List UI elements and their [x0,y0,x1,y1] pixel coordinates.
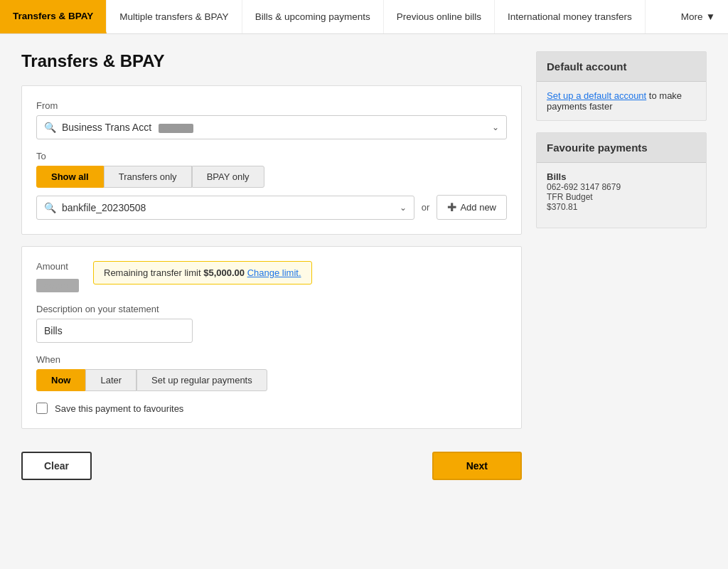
favourite-payments-card: Favourite payments Bills 062-692 3147 86… [536,132,707,228]
page-content: Transfers & BPAY From 🔍 Business Trans A… [0,34,728,509]
favourite-payments-body: Bills 062-692 3147 8679 TFR Budget $370.… [537,163,706,228]
default-account-body: Set up a default account to make payment… [537,82,706,120]
amount-card: Amount ●●.●● Remaining transfer limit $5… [21,246,522,429]
side-panel: Default account Set up a default account… [536,51,707,491]
set-default-account-link[interactable]: Set up a default account [547,90,646,101]
from-account-dropdown[interactable]: 🔍 Business Trans Acct ●● ●● ⌄ [36,115,507,139]
save-favourites-label: Save this payment to favourites [55,403,183,414]
page-title: Transfers & BPAY [21,51,522,71]
default-account-title: Default account [537,52,706,82]
remaining-limit-amount: $5,000.00 [203,267,245,278]
when-now-button[interactable]: Now [36,369,85,391]
to-label: To [36,151,507,161]
main-panel: Transfers & BPAY From 🔍 Business Trans A… [21,51,522,491]
next-button[interactable]: Next [432,452,522,480]
chevron-down-icon: ▼ [706,11,715,22]
fav-payment-amount: $370.81 [547,202,696,212]
fav-payment-account-name: TFR Budget [547,192,696,202]
favourite-payments-title: Favourite payments [537,133,706,163]
chevron-down-icon: ⌄ [400,203,407,213]
or-text: or [422,202,430,213]
toggle-show-all[interactable]: Show all [36,166,104,188]
from-account-value: Business Trans Acct ●● ●● [62,122,492,133]
default-account-card: Default account Set up a default account… [536,51,707,121]
chevron-down-icon: ⌄ [492,122,499,132]
nav-more-button[interactable]: More ▼ [668,0,728,33]
toggle-transfers-only[interactable]: Transfers only [104,166,192,188]
save-favourites-row: Save this payment to favourites [36,403,507,414]
when-later-button[interactable]: Later [85,369,136,391]
amount-label: Amount [36,261,79,272]
from-label: From [36,100,507,111]
search-icon: 🔍 [44,202,56,213]
amount-section: Amount ●●.●● [36,261,79,292]
description-input[interactable] [36,319,193,343]
nav-previous-bills[interactable]: Previous online bills [384,0,495,33]
nav-bills-upcoming[interactable]: Bills & upcoming payments [242,0,384,33]
when-regular-button[interactable]: Set up regular payments [136,369,267,391]
fav-payment-name: Bills [547,171,696,182]
plus-icon: ✚ [447,201,456,214]
amount-masked-value: ●●.●● [36,279,79,292]
description-label: Description on your statement [36,304,507,314]
top-navigation: Transfers & BPAY Multiple transfers & BP… [0,0,728,34]
from-to-card: From 🔍 Business Trans Acct ●● ●● ⌄ To Sh… [21,85,522,235]
change-limit-link[interactable]: Change limit. [247,267,301,278]
when-toggle-group: Now Later Set up regular payments [36,369,507,391]
to-row: 🔍 bankfile_20230508 ⌄ or ✚ Add new [36,195,507,220]
nav-transfers-bpay[interactable]: Transfers & BPAY [0,0,107,33]
bottom-bar: Clear Next [21,440,522,491]
nav-international[interactable]: International money transfers [495,0,646,33]
from-account-masked: ●● ●● [159,124,193,133]
save-favourites-checkbox[interactable] [36,403,48,414]
when-label: When [36,354,507,365]
fav-payment-bsb: 062-692 3147 8679 [547,182,696,192]
transfer-limit-box: Remaining transfer limit $5,000.00 Chang… [93,261,312,284]
clear-button[interactable]: Clear [21,452,92,480]
favourite-payment-item[interactable]: Bills 062-692 3147 8679 TFR Budget $370.… [547,171,696,212]
search-icon: 🔍 [44,122,56,133]
to-toggle-group: Show all Transfers only BPAY only [36,166,507,188]
to-account-value: bankfile_20230508 [62,202,400,213]
nav-multiple-transfers[interactable]: Multiple transfers & BPAY [107,0,242,33]
to-account-dropdown[interactable]: 🔍 bankfile_20230508 ⌄ [36,196,414,220]
amount-row: Amount ●●.●● Remaining transfer limit $5… [36,261,507,292]
toggle-bpay-only[interactable]: BPAY only [192,166,264,188]
add-new-button[interactable]: ✚ Add new [437,195,507,220]
